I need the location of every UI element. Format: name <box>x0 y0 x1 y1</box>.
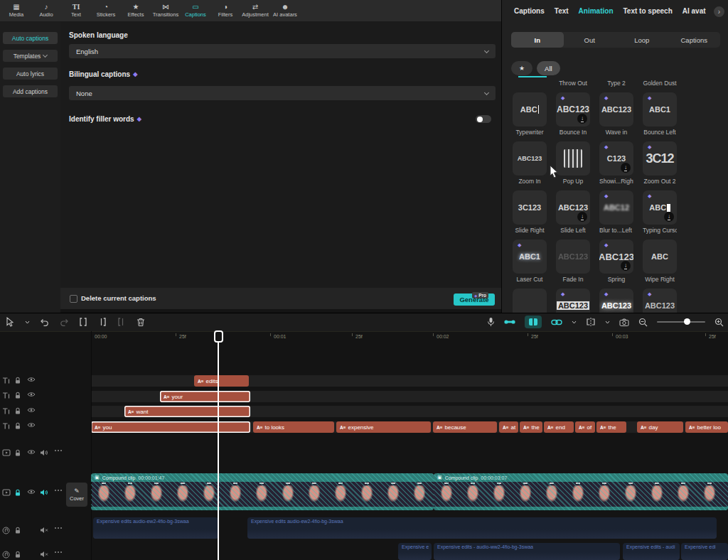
animation-tile[interactable]: ABC123◆↓ <box>599 239 633 274</box>
text-clip[interactable]: A≡edits <box>194 375 249 387</box>
toolbar-item-audio[interactable]: ♪Audio <box>31 0 61 21</box>
speaker-muted-icon[interactable] <box>40 551 48 558</box>
more-icon[interactable] <box>54 527 63 529</box>
snapshot-icon[interactable] <box>619 318 629 326</box>
panel-scroll-right-button[interactable]: › <box>714 6 724 17</box>
subtab-in[interactable]: In <box>511 32 564 48</box>
animation-tile[interactable] <box>556 141 590 176</box>
text-clip[interactable]: A≡the <box>520 421 542 433</box>
video-track-icon[interactable] <box>2 449 11 456</box>
toolbar-item-stickers[interactable]: ◔Stickers <box>91 0 121 21</box>
tab-animation[interactable]: Animation <box>579 7 614 15</box>
compound-clip[interactable]: ▣Compound clip00:00:01:47 <box>91 473 434 510</box>
sidebar-item-auto-lyrics[interactable]: Auto lyrics <box>3 68 58 80</box>
eye-icon[interactable] <box>27 377 36 382</box>
animation-tile[interactable]: C123◆↓ <box>599 141 633 176</box>
preview-split-icon[interactable] <box>525 316 542 328</box>
mic-icon[interactable] <box>487 317 495 327</box>
lock-icon[interactable] <box>14 489 21 497</box>
subtab-out[interactable]: Out <box>564 32 616 48</box>
trim-left-icon[interactable] <box>98 318 107 326</box>
lock-icon[interactable] <box>14 377 21 384</box>
eye-icon[interactable] <box>27 422 36 428</box>
more-icon[interactable] <box>54 551 63 554</box>
animation-tile[interactable]: ABC12◆ <box>599 190 633 225</box>
lock-icon[interactable] <box>14 392 21 399</box>
text-clip[interactable]: A≡to looks <box>253 421 334 433</box>
all-pill[interactable]: All <box>537 61 560 75</box>
audio-track-icon[interactable] <box>2 527 10 534</box>
speaker-muted-icon[interactable] <box>40 527 48 534</box>
redo-icon[interactable] <box>60 318 68 326</box>
link-icon[interactable] <box>551 319 562 325</box>
playhead-handle[interactable] <box>214 330 223 343</box>
animation-tile[interactable]: ABC123◆ <box>643 289 677 313</box>
audio-track-icon[interactable] <box>2 551 10 559</box>
speaker-icon[interactable] <box>40 449 48 456</box>
compound-clip[interactable]: ▣Compound clip00:00:03:07 <box>434 473 728 510</box>
cover-button[interactable]: ✎ Cover <box>66 483 87 507</box>
zoom-in-icon[interactable] <box>714 318 724 327</box>
trim-right-icon[interactable] <box>117 318 126 326</box>
text-track-icon[interactable] <box>2 422 10 430</box>
track-tool-icon[interactable] <box>586 318 596 326</box>
lock-icon[interactable] <box>14 449 21 457</box>
lock-icon[interactable] <box>14 527 21 534</box>
zoom-out-icon[interactable] <box>638 318 648 327</box>
video-track-icon[interactable] <box>2 489 11 496</box>
subtab-loop[interactable]: Loop <box>616 32 668 48</box>
text-track-icon[interactable] <box>2 407 10 415</box>
subtab-captions[interactable]: Captions <box>668 32 721 48</box>
ripple-icon[interactable] <box>504 318 515 325</box>
eye-icon[interactable] <box>27 489 36 495</box>
text-clip[interactable]: A≡because <box>433 421 497 433</box>
text-clip[interactable]: A≡your <box>160 391 250 402</box>
filler-words-toggle[interactable] <box>476 115 491 123</box>
eye-icon[interactable] <box>27 407 36 413</box>
animation-tile[interactable]: ABC123↓ <box>556 190 590 225</box>
audio-clip[interactable]: Expensive edits audio-ew2-4fio-bg-3swaa <box>247 517 717 539</box>
chevron-down-icon[interactable] <box>605 321 610 324</box>
sidebar-item-templates[interactable]: Templates <box>3 50 58 62</box>
delete-icon[interactable] <box>136 318 145 327</box>
more-icon[interactable] <box>54 489 63 492</box>
animation-tile[interactable]: ABC1◆ <box>643 92 677 126</box>
eye-icon[interactable] <box>27 392 36 397</box>
text-clip[interactable]: A≡expensive <box>336 421 431 433</box>
tab-captions[interactable]: Captions <box>514 7 545 15</box>
lock-icon[interactable] <box>14 422 21 430</box>
speaker-icon[interactable] <box>40 489 48 496</box>
select-tool-icon[interactable] <box>6 317 14 327</box>
animation-tile[interactable]: ABC <box>513 92 547 126</box>
animation-tile[interactable]: ABC◆↓ <box>643 190 677 225</box>
animation-tile[interactable]: ABC123◆ <box>599 289 633 313</box>
tab-text-to-speech[interactable]: Text to speech <box>623 7 673 15</box>
chevron-down-icon[interactable] <box>572 321 577 324</box>
text-track-icon[interactable] <box>2 392 10 399</box>
favorites-pill[interactable]: ★ <box>511 61 532 75</box>
text-track-icon[interactable] <box>2 377 10 384</box>
tab-ai-avat[interactable]: AI avat <box>682 7 706 15</box>
toolbar-item-transitions[interactable]: ⋈Transitions <box>151 0 181 21</box>
animation-tile[interactable]: ABC123 <box>513 289 547 313</box>
generate-button[interactable]: Generate ◆ Pro <box>454 294 495 306</box>
toolbar-item-adjustment[interactable]: ⇄Adjustment <box>240 0 270 21</box>
animation-tile[interactable]: ABC123◆ <box>599 92 633 126</box>
text-clip[interactable]: A≡better loo <box>685 421 728 433</box>
animation-tile[interactable]: ABC <box>643 239 677 274</box>
eye-icon[interactable] <box>27 449 36 455</box>
text-clip[interactable]: A≡day <box>637 421 683 433</box>
zoom-slider[interactable] <box>657 321 705 323</box>
text-clip[interactable]: A≡end <box>544 421 574 433</box>
animation-tile[interactable]: 3C12◆ <box>643 141 677 176</box>
animation-tile[interactable]: ABC123 <box>556 239 590 274</box>
more-icon[interactable] <box>54 449 63 452</box>
text-clip[interactable]: A≡want <box>124 406 250 417</box>
chevron-down-icon[interactable] <box>25 321 30 324</box>
toolbar-item-media[interactable]: ▦Media <box>1 0 31 21</box>
toolbar-item-ai-avatars[interactable]: ☻AI avatars <box>270 0 300 21</box>
text-clip[interactable]: A≡you <box>91 421 250 433</box>
audio-clip[interactable]: Expensive edits - audi <box>623 543 680 560</box>
toolbar-item-captions[interactable]: ▭Captions <box>181 0 210 21</box>
text-clip[interactable]: A≡of <box>575 421 595 433</box>
